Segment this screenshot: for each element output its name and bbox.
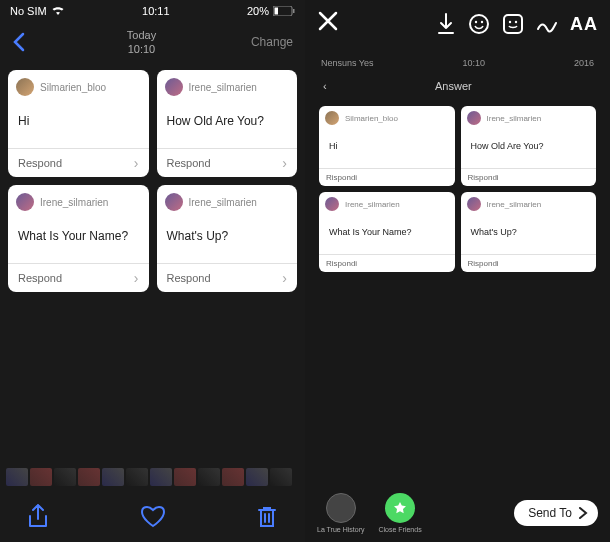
inner-status-bar: Nensuns Yes 10:10 2016 [309,54,606,72]
respond-button[interactable]: Respond› [157,263,298,292]
favorite-button[interactable] [139,503,167,531]
avatar-icon [325,197,339,211]
thumbnail[interactable] [102,468,124,486]
question-card[interactable]: Irene_silmarien How Old Are You? Rispond… [461,106,597,186]
thumbnail[interactable] [126,468,148,486]
your-story-option[interactable]: La True History [317,493,364,533]
emoji-icon[interactable] [468,13,490,35]
thumbnail[interactable] [270,468,292,486]
respond-button[interactable]: Rispondi [461,168,597,186]
thumbnail[interactable] [174,468,196,486]
respond-button[interactable]: Rispondi [319,254,455,272]
respond-button[interactable]: Respond› [8,263,149,292]
question-text: What Is Your Name? [18,229,128,243]
respond-button[interactable]: Rispondi [319,168,455,186]
delete-button[interactable] [253,503,281,531]
svg-point-4 [475,21,477,23]
chevron-right-icon: › [134,270,139,286]
send-to-button[interactable]: Send To [514,500,598,526]
inner-cards-grid: Silmarien_bloo Hi Rispondi Irene_silmari… [309,100,606,278]
thumbnail[interactable] [246,468,268,486]
close-icon [317,10,339,32]
thumbnail[interactable] [222,468,244,486]
respond-button[interactable]: Respond› [8,148,149,177]
question-text: How Old Are You? [471,141,544,151]
trash-icon [257,505,277,529]
thumbnail[interactable] [30,468,52,486]
avatar-icon [16,78,34,96]
question-text: Hi [18,114,29,128]
question-card[interactable]: Irene_silmarien What's Up? Respond› [157,185,298,292]
chevron-right-icon: › [282,155,287,171]
heart-icon [140,506,166,528]
thumbnail[interactable] [6,468,28,486]
draw-icon[interactable] [536,14,558,34]
avatar-icon [16,193,34,211]
share-toolbar: La True History Close Friends Send To [305,484,610,542]
username: Irene_silmarien [40,197,108,208]
inner-nav: ‹ Answer [309,72,606,100]
text-tool[interactable]: AA [570,14,598,35]
thumbnail[interactable] [150,468,172,486]
avatar-icon [325,111,339,125]
left-phone: No SIM 10:11 20% Today 10:10 Change Silm… [0,0,305,542]
thumbnail[interactable] [78,468,100,486]
svg-point-7 [509,21,511,23]
nav-title[interactable]: Today 10:10 [32,28,251,57]
chevron-right-icon: › [282,270,287,286]
wifi-icon [51,6,65,16]
story-circle-icon [326,493,356,523]
question-card[interactable]: Silmarien_bloo Hi Respond› [8,70,149,177]
change-button[interactable]: Change [251,35,293,49]
nav-header: Today 10:10 Change [0,22,305,62]
close-button[interactable] [317,10,345,38]
sticker-icon[interactable] [502,13,524,35]
bottom-toolbar [0,492,305,542]
battery-percent: 20% [247,5,269,17]
film-strip[interactable] [0,468,305,488]
respond-button[interactable]: Respond› [157,148,298,177]
svg-rect-1 [275,8,279,15]
inner-back-icon[interactable]: ‹ [323,80,327,92]
svg-rect-2 [293,9,295,13]
username: Irene_silmarien [189,82,257,93]
download-icon[interactable] [436,13,456,35]
back-button[interactable] [12,32,32,52]
chevron-left-icon [12,32,26,52]
question-text: How Old Are You? [167,114,264,128]
preview-area: Nensuns Yes 10:10 2016 ‹ Answer Silmarie… [305,48,610,542]
thumbnail[interactable] [54,468,76,486]
question-text: What Is Your Name? [329,227,412,237]
username: Silmarien_bloo [40,82,106,93]
chevron-right-icon: › [134,155,139,171]
question-card[interactable]: Irene_silmarien What Is Your Name? Rispo… [319,192,455,272]
username: Irene_silmarien [189,197,257,208]
avatar-icon [165,78,183,96]
question-card[interactable]: Irene_silmarien What Is Your Name? Respo… [8,185,149,292]
question-card[interactable]: Silmarien_bloo Hi Rispondi [319,106,455,186]
question-card[interactable]: Irene_silmarien What's Up? Rispondi [461,192,597,272]
question-card[interactable]: Irene_silmarien How Old Are You? Respond… [157,70,298,177]
svg-rect-6 [504,15,522,33]
star-circle-icon [385,493,415,523]
status-bar: No SIM 10:11 20% [0,0,305,22]
respond-button[interactable]: Rispondi [461,254,597,272]
chevron-right-icon [578,506,588,520]
time: 10:11 [142,5,170,17]
question-text: What's Up? [167,229,229,243]
question-text: Hi [329,141,338,151]
avatar-icon [467,111,481,125]
avatar-icon [165,193,183,211]
right-phone: AA Nensuns Yes 10:10 2016 ‹ Answer Silma… [305,0,610,542]
close-friends-option[interactable]: Close Friends [378,493,421,533]
svg-point-8 [515,21,517,23]
share-button[interactable] [24,503,52,531]
cards-grid: Silmarien_bloo Hi Respond› Irene_silmari… [0,62,305,300]
username: Irene_silmarien [345,200,400,209]
svg-point-3 [470,15,488,33]
thumbnail[interactable] [198,468,220,486]
svg-point-5 [481,21,483,23]
inner-nav-title: Answer [435,80,472,92]
share-icon [27,504,49,530]
avatar-icon [467,197,481,211]
